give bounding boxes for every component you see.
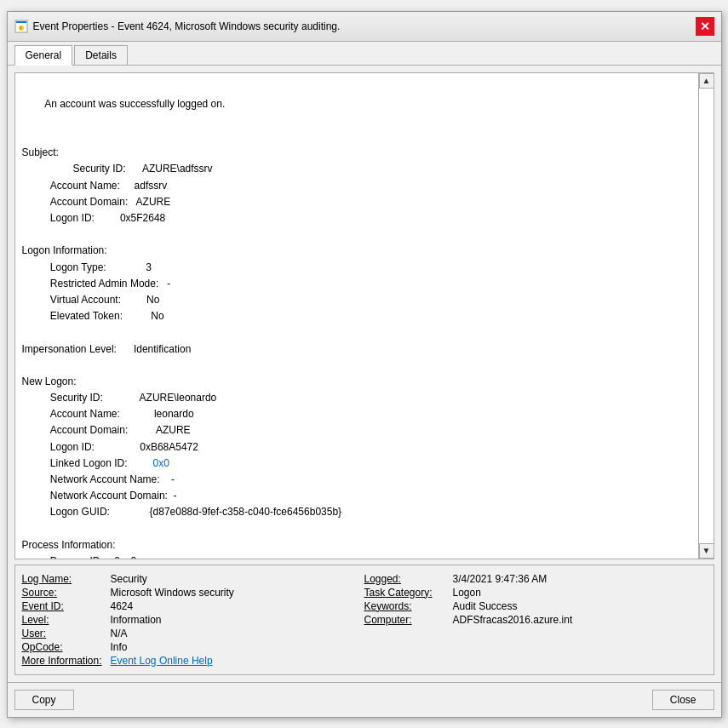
log-name-value: Security: [111, 573, 147, 585]
impersonation-label: Impersonation Level:: [22, 343, 117, 355]
security-id-label: Security ID:: [44, 163, 142, 175]
linked-logon-value: 0x0: [153, 457, 169, 469]
opcode-row: OpCode: Info: [22, 640, 364, 654]
logon-type-value: 3: [146, 261, 152, 273]
new-account-domain-value: AZURE: [156, 424, 191, 436]
logon-info-header: Logon Information:: [22, 244, 107, 256]
impersonation-value: Identification: [134, 343, 191, 355]
impersonation-spacer: [117, 343, 134, 355]
new-logon-id-value: 0xB68A5472: [140, 441, 198, 453]
user-value: N/A: [111, 628, 128, 639]
more-info-row: More Information: Event Log Online Help: [22, 654, 364, 668]
log-name-label: Log Name:: [22, 573, 107, 585]
logged-label: Logged:: [364, 573, 450, 585]
level-value: Information: [111, 614, 162, 626]
computer-row: Computer: ADFSfracas2016.azure.int: [364, 613, 707, 627]
bottom-bar: Copy Close: [8, 682, 721, 717]
new-logon-header: New Logon:: [22, 375, 77, 387]
computer-value: ADFSfracas2016.azure.int: [453, 614, 573, 626]
logged-row: Logged: 3/4/2021 9:47:36 AM: [364, 572, 707, 586]
opcode-value: Info: [111, 641, 128, 653]
keywords-value: Audit Success: [453, 600, 518, 612]
title-bar: ! Event Properties - Event 4624, Microso…: [8, 12, 721, 42]
window-close-button[interactable]: ✕: [696, 17, 714, 36]
new-logon-id-row: Logon ID:: [22, 441, 140, 453]
new-account-domain-row: Account Domain:: [22, 424, 156, 436]
more-info-link[interactable]: Event Log Online Help: [111, 655, 213, 667]
event-id-row: Event ID: 4624: [22, 599, 364, 613]
account-name-label: Account Name:: [22, 180, 135, 192]
new-sec-id-row: Security ID:: [22, 392, 140, 404]
task-category-row: Task Category: Logon: [364, 586, 707, 599]
window-title: Event Properties - Event 4624, Microsoft…: [33, 20, 341, 32]
restricted-admin-value: -: [167, 278, 170, 289]
tab-general[interactable]: General: [14, 45, 73, 66]
virtual-account-row: Virtual Account:: [22, 294, 147, 306]
event-id-label: Event ID:: [22, 600, 107, 612]
account-domain-label: Account Domain:: [22, 196, 136, 208]
tab-bar: General Details: [8, 42, 721, 66]
logon-guid-value: {d87e088d-9fef-c358-c040-fce6456b035b}: [150, 506, 342, 518]
copy-button[interactable]: Copy: [14, 690, 74, 710]
event-icon: !: [14, 20, 28, 33]
event-info-section: Log Name: Security Source: Microsoft Win…: [14, 565, 714, 675]
scroll-down-button[interactable]: ▼: [699, 543, 714, 559]
security-id-value: AZURE\adfssrv: [142, 163, 213, 175]
restricted-admin-row: Restricted Admin Mode:: [22, 278, 168, 289]
event-properties-window: ! Event Properties - Event 4624, Microso…: [7, 11, 722, 718]
elevated-token-value: No: [151, 310, 163, 322]
net-account-name-row: Network Account Name:: [22, 473, 171, 485]
svg-rect-1: [16, 21, 26, 23]
level-label: Level:: [22, 614, 107, 626]
event-id-value: 4624: [111, 600, 134, 612]
task-category-value: Logon: [453, 587, 481, 599]
linked-logon-row: Linked Logon ID:: [22, 457, 153, 469]
scroll-up-button[interactable]: ▲: [699, 73, 714, 89]
subject-header-label: Subject:: [22, 146, 59, 158]
user-row: User: N/A: [22, 627, 364, 640]
keywords-row: Keywords: Audit Success: [364, 599, 707, 613]
account-domain-value: AZURE: [136, 196, 171, 208]
task-category-label: Task Category:: [364, 587, 450, 599]
logon-type-row: Logon Type:: [22, 261, 146, 273]
content-area: An account was successfully logged on. S…: [8, 66, 721, 682]
process-info-header: Process Information:: [22, 539, 116, 551]
source-value: Microsoft Windows security: [111, 587, 234, 599]
log-name-row: Log Name: Security: [22, 572, 364, 586]
net-account-domain-row: Network Account Domain:: [22, 490, 174, 502]
new-account-name-value: leonardo: [154, 408, 194, 420]
level-row: Level: Information: [22, 613, 364, 627]
account-name-value: adfssrv: [135, 180, 168, 192]
keywords-label: Keywords:: [364, 600, 450, 612]
logged-value: 3/4/2021 9:47:36 AM: [453, 573, 547, 585]
close-button[interactable]: Close: [652, 690, 714, 710]
source-row: Source: Microsoft Windows security: [22, 586, 364, 599]
computer-label: Computer:: [364, 614, 450, 626]
virtual-account-value: No: [146, 294, 159, 306]
process-id-row: Process ID:: [22, 555, 115, 559]
net-account-name-value: -: [171, 473, 175, 485]
user-label: User:: [22, 628, 107, 639]
new-sec-id-value: AZURE\leonardo: [140, 392, 217, 404]
opcode-label: OpCode:: [22, 641, 107, 653]
scrollbar: ▲ ▼: [698, 73, 714, 559]
elevated-token-row: Elevated Token:: [22, 310, 152, 322]
more-info-label: More Information:: [22, 655, 107, 667]
event-summary: An account was successfully logged on.: [44, 98, 225, 110]
event-text-container: An account was successfully logged on. S…: [14, 72, 714, 559]
net-account-domain-value: -: [174, 490, 177, 502]
tab-details[interactable]: Details: [74, 45, 128, 65]
logon-id-value: 0x5F2648: [120, 212, 165, 224]
event-text-body[interactable]: An account was successfully logged on. S…: [15, 73, 698, 559]
new-account-name-row: Account Name:: [22, 408, 154, 420]
source-label: Source:: [22, 587, 107, 599]
logon-guid-row: Logon GUID:: [22, 506, 150, 518]
process-id-value: 0xe2c: [114, 555, 141, 559]
svg-text:!: !: [20, 26, 20, 31]
logon-id-label: Logon ID:: [22, 212, 120, 224]
